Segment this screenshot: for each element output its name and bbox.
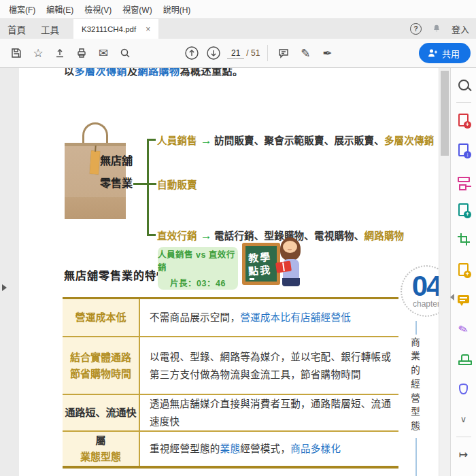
comment-tool-icon[interactable] bbox=[455, 291, 473, 308]
current-page-input[interactable]: 21 bbox=[227, 48, 244, 59]
menu-file[interactable]: 檔案(F) bbox=[4, 1, 40, 18]
total-pages-label: / 51 bbox=[246, 48, 260, 58]
sidebar-divider bbox=[456, 102, 471, 103]
video-note-title: 人員銷售 vs 直效行銷 bbox=[158, 248, 238, 273]
comment-icon[interactable] bbox=[275, 44, 292, 62]
bracket-vertical-line bbox=[147, 139, 149, 236]
save-icon[interactable] bbox=[7, 44, 25, 62]
table-row: 營運成本低 不需商品展示空間，營運成本比有店舖經營低 bbox=[63, 299, 398, 336]
row-content: 重視經營型態的業態經營模式，商品多樣化 bbox=[140, 432, 398, 466]
share-label: 共用 bbox=[442, 47, 460, 60]
row-content: 以電視、型錄、網路等為媒介，並以宅配、銀行轉帳或第三方支付做為物流與金流工具，節… bbox=[140, 337, 398, 394]
table-row: 結合實體通路節省購物時間 以電視、型錄、網路等為媒介，並以宅配、銀行轉帳或第三方… bbox=[63, 336, 398, 394]
tabbar-right-group: ? 登入 bbox=[410, 19, 476, 39]
intro-sentence: 以多層次傳銷及網路購物為概述重點。 bbox=[64, 68, 243, 78]
document-area: 以多層次傳銷及網路購物為概述重點。 無店舖 零售業 人員銷售→訪問販賣、聚會示範… bbox=[0, 68, 476, 476]
request-sign-icon[interactable]: + bbox=[455, 261, 473, 278]
sign-in-button[interactable]: 登入 bbox=[452, 22, 469, 35]
more-tools-icon[interactable]: ∨ bbox=[455, 411, 473, 428]
menu-bar: 檔案(F) 編輯(E) 檢視(V) 視窗(W) 說明(H) bbox=[0, 0, 476, 19]
left-panel-strip bbox=[0, 68, 19, 476]
chapter-word: chapter bbox=[402, 299, 439, 309]
arrow-icon: → bbox=[201, 229, 212, 242]
find-text-icon[interactable] bbox=[455, 76, 473, 93]
menu-window[interactable]: 視窗(W) bbox=[118, 1, 156, 18]
video-note-box[interactable]: 人員銷售 vs 直效行銷 片長：03：46 bbox=[158, 247, 238, 290]
mail-icon[interactable]: ✉ bbox=[95, 44, 112, 62]
star-icon[interactable]: ☆ bbox=[29, 44, 47, 62]
fill-sign-icon[interactable]: ✎ bbox=[455, 321, 473, 338]
help-icon[interactable]: ? bbox=[410, 23, 422, 35]
page-up-icon[interactable] bbox=[183, 44, 201, 62]
branch-vending: 自動販賣 bbox=[157, 177, 201, 191]
features-table: 營運成本低 不需商品展示空間，營運成本比有店舖經營低 結合實體通路節省購物時間 … bbox=[63, 297, 398, 469]
open-nav-panel-icon[interactable] bbox=[2, 284, 7, 291]
export-pdf-icon[interactable]: ↓ bbox=[455, 141, 473, 158]
share-button[interactable]: 共用 bbox=[419, 43, 471, 63]
menu-view[interactable]: 檢視(V) bbox=[80, 1, 116, 18]
chapter-number: 04 bbox=[402, 271, 439, 302]
tab-bar: 首頁 工具 K32111CH4.pdf × ? 登入 bbox=[0, 19, 476, 39]
page-down-icon[interactable] bbox=[205, 44, 222, 62]
create-pdf-icon[interactable]: + bbox=[455, 112, 473, 129]
close-icon[interactable]: × bbox=[146, 25, 150, 33]
share-person-icon bbox=[427, 48, 438, 58]
page-navigation: 21 / 51 bbox=[181, 44, 262, 62]
search-icon[interactable] bbox=[116, 44, 134, 62]
bracket-stub-1 bbox=[147, 139, 156, 141]
row-content: 透過無店舖媒介直接與消費者互動，通路階層短、流通速度快 bbox=[140, 395, 398, 430]
stamp-icon[interactable] bbox=[455, 351, 473, 368]
branch-personal-selling: 人員銷售→訪問販賣、聚會示範販賣、展示販賣、多層次傳銷 bbox=[157, 133, 434, 148]
row-label: 屬業態型態 bbox=[63, 432, 140, 466]
organize-pages-icon[interactable] bbox=[455, 231, 473, 248]
bracket-stub-3 bbox=[147, 234, 156, 236]
edit-pdf-icon[interactable] bbox=[455, 171, 473, 188]
upload-icon[interactable] bbox=[51, 44, 69, 62]
menu-help[interactable]: 說明(H) bbox=[158, 1, 196, 18]
chapter-badge: 04 chapter bbox=[401, 265, 439, 317]
menu-edit[interactable]: 編輯(E) bbox=[41, 1, 78, 18]
protect-icon[interactable] bbox=[455, 381, 473, 398]
row-label: 通路短、流通快 bbox=[63, 395, 140, 430]
chapter-side-title: 商業的經營型態 bbox=[407, 335, 421, 438]
print-icon[interactable] bbox=[73, 44, 90, 62]
tab-home[interactable]: 首頁 bbox=[0, 19, 33, 39]
highlight-icon[interactable]: ✎ bbox=[296, 44, 314, 62]
row-content: 不需商品展示空間，營運成本比有店舖經營低 bbox=[140, 299, 398, 336]
page-number-field: 21 / 51 bbox=[227, 48, 260, 59]
teaching-clickme-badge[interactable]: 教學 點我 bbox=[242, 237, 306, 292]
bracket-root-stub bbox=[133, 183, 156, 185]
combine-files-icon[interactable]: + bbox=[455, 201, 473, 218]
diagram-root-label: 無店舖 零售業 bbox=[100, 150, 133, 194]
document-tab-title: K32111CH4.pdf bbox=[82, 25, 136, 33]
bag-tag bbox=[90, 151, 100, 175]
red-book bbox=[275, 261, 292, 273]
expand-panel-icon[interactable]: ↦ bbox=[455, 446, 473, 463]
table-row: 通路短、流通快 透過無店舖媒介直接與消費者互動，通路階層短、流通速度快 bbox=[63, 394, 398, 430]
tools-sidebar: + ↓ + + ✎ ∨ ↦ bbox=[450, 68, 476, 476]
table-row: 屬業態型態 重視經營型態的業態經營模式，商品多樣化 bbox=[63, 430, 398, 466]
bell-icon[interactable] bbox=[431, 22, 442, 36]
video-note-duration: 片長：03：46 bbox=[170, 276, 226, 289]
tab-document[interactable]: K32111CH4.pdf × bbox=[73, 19, 158, 39]
pdf-page: 以多層次傳銷及網路購物為概述重點。 無店舖 零售業 人員銷售→訪問販賣、聚會示範… bbox=[19, 68, 439, 476]
row-label: 營運成本低 bbox=[63, 299, 140, 336]
vertical-scrollbar[interactable] bbox=[439, 68, 450, 476]
tab-tools[interactable]: 工具 bbox=[33, 19, 67, 39]
toolbar: ☆ ✉ 21 / 51 ✎ ✒ 共用 bbox=[0, 39, 476, 68]
collapse-sidebar-icon[interactable] bbox=[450, 294, 454, 301]
sidebar-divider bbox=[456, 437, 471, 437]
scrollbar-thumb[interactable] bbox=[441, 71, 449, 156]
toolbar-divider bbox=[267, 45, 268, 61]
arrow-icon: → bbox=[201, 134, 212, 147]
pen-icon[interactable]: ✒ bbox=[318, 44, 336, 62]
row-label: 結合實體通路節省購物時間 bbox=[63, 337, 140, 394]
chalkboard: 教學 點我 bbox=[242, 243, 280, 285]
acrobat-window: 檔案(F) 編輯(E) 檢視(V) 視窗(W) 說明(H) 首頁 工具 K321… bbox=[0, 0, 476, 476]
